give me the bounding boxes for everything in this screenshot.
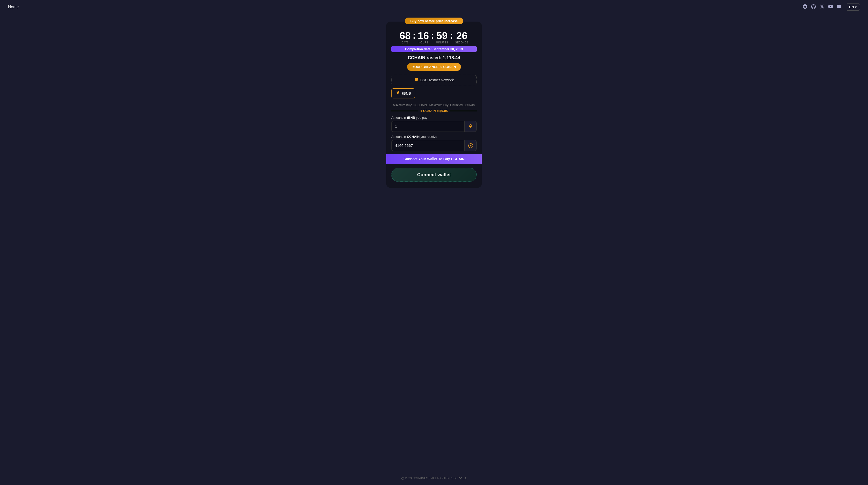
- countdown-days: 68 DAYS: [400, 31, 411, 44]
- cchain-icon-btn[interactable]: [464, 140, 476, 151]
- min-max-text: Minimum Buy: 0 CCHAIN | Maximum Buy: Unl…: [391, 103, 477, 107]
- amount-pay-group: Amount in tBNB you pay: [391, 116, 477, 132]
- price-line-left: [391, 111, 418, 111]
- price-text: 1 CCHAIN = $0.05: [421, 109, 448, 113]
- main-content: Buy now before price increase 68 DAYS : …: [0, 14, 868, 472]
- github-icon[interactable]: [811, 4, 816, 10]
- token-name: tBNB: [402, 91, 411, 95]
- header-right: EN ▾: [803, 3, 860, 10]
- balance-badge: YOUR BALANCE: 0 CCHAIN: [407, 63, 461, 71]
- sep-1: :: [413, 31, 416, 40]
- top-banner: Buy now before price increase: [405, 18, 463, 24]
- youtube-icon[interactable]: [828, 4, 833, 10]
- social-icons: [803, 4, 841, 10]
- countdown-seconds: 26 SECONDS: [455, 31, 468, 44]
- sep-2: :: [431, 31, 434, 40]
- amount-pay-label: Amount in tBNB you pay: [391, 116, 477, 120]
- amount-receive-input[interactable]: [392, 140, 464, 151]
- chevron-down-icon: ▾: [855, 5, 857, 9]
- footer: @ 2023 CCHAINEST, ALL RIGHTS RESERVED.: [0, 472, 868, 485]
- home-link[interactable]: Home: [8, 5, 19, 9]
- discord-icon[interactable]: [837, 4, 841, 10]
- countdown-minutes: 59 MINUTES: [436, 31, 448, 44]
- token-icon: [396, 91, 400, 96]
- price-line: 1 CCHAIN = $0.05: [391, 109, 477, 113]
- footer-text: @ 2023 CCHAINEST, ALL RIGHTS RESERVED.: [401, 477, 467, 480]
- twitter-icon[interactable]: [820, 4, 824, 10]
- lang-label: EN: [849, 5, 854, 9]
- amount-receive-row: [391, 140, 477, 151]
- network-icon: [414, 77, 418, 83]
- lang-selector[interactable]: EN ▾: [846, 3, 860, 10]
- amount-pay-row: [391, 121, 477, 132]
- price-line-right: [450, 111, 477, 111]
- telegram-icon[interactable]: [803, 4, 807, 10]
- amount-receive-label: Amount in CCHAIN you receive: [391, 135, 477, 138]
- amount-receive-group: Amount in CCHAIN you receive: [391, 135, 477, 151]
- countdown-hours: 16 HOURS: [418, 31, 429, 44]
- countdown: 68 DAYS : 16 HOURS : 59 MINUTES : 26 SEC…: [391, 31, 477, 44]
- presale-widget: Buy now before price increase 68 DAYS : …: [386, 22, 482, 188]
- network-name: BSC Testnet Network: [421, 78, 454, 82]
- token-selector[interactable]: tBNB: [391, 88, 415, 98]
- network-selector[interactable]: BSC Testnet Network: [391, 75, 477, 85]
- connect-wallet-button[interactable]: Connect wallet: [391, 168, 477, 182]
- connect-banner: Connect Your Wallet To Buy CCHAIN: [386, 154, 482, 164]
- sep-3: :: [450, 31, 453, 40]
- amount-pay-input[interactable]: [392, 121, 464, 132]
- header: Home: [0, 0, 868, 14]
- tbnb-icon-btn[interactable]: [464, 121, 476, 132]
- raised-text: CCHAIN rasied: 1,118.44: [391, 55, 477, 61]
- completion-date: Completion date: September 30, 2023: [391, 46, 477, 52]
